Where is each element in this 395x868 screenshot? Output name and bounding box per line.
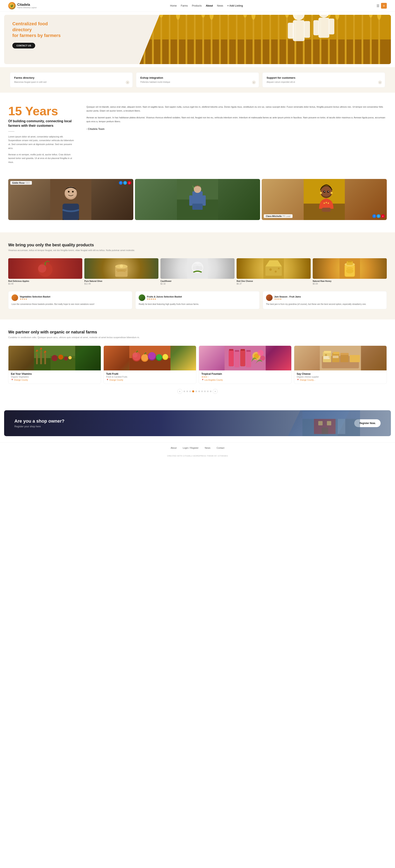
svg-rect-117: [265, 267, 282, 276]
team-social-fb-3[interactable]: f: [372, 214, 376, 218]
farm-info-1: Tutti Frutti Fresh & Candied Fruits 📍 Or…: [104, 370, 196, 383]
svg-rect-33: [353, 15, 355, 64]
svg-point-121: [278, 268, 280, 269]
farm-location-0: 📍 Orange County: [11, 379, 98, 381]
cta-title: Are you a shop owner?: [15, 418, 64, 424]
product-item-0: Red Delicious Apples $3.49: [8, 258, 82, 285]
svg-rect-21: [253, 15, 254, 64]
svg-rect-84: [203, 195, 206, 206]
nav-add-listing[interactable]: + Add Listing: [227, 4, 243, 7]
svg-point-114: [193, 266, 196, 270]
carousel-dot-9[interactable]: [210, 391, 211, 392]
brand[interactable]: Citadela Farms Directory Layout: [8, 2, 37, 9]
products-section: We bring you only the best quality produ…: [0, 232, 395, 320]
footer-link-news[interactable]: News: [205, 446, 210, 449]
svg-rect-132: [45, 353, 46, 364]
feature-arrow-2[interactable]: ›: [378, 81, 382, 84]
product-item-3: Red One Cheese $6.37: [236, 258, 311, 285]
svg-rect-83: [189, 195, 192, 206]
svg-rect-72: [313, 20, 319, 35]
team-social-fb-1[interactable]: f: [119, 181, 122, 185]
product-img-0: [8, 258, 82, 279]
nav-news[interactable]: News: [217, 4, 223, 7]
farm-name-1: Tutti Frutti: [106, 372, 194, 375]
farm-img-0: [8, 346, 101, 370]
feature-title-1: Eshop integration: [140, 76, 254, 79]
farm-img-3: [294, 346, 387, 370]
svg-rect-173: [333, 352, 339, 354]
location-icon-1: 📍: [106, 379, 109, 381]
hero-cta-button[interactable]: CONTACT US: [12, 43, 35, 49]
team-social-tw-3[interactable]: t: [377, 214, 380, 218]
carousel-next[interactable]: ›: [213, 389, 218, 394]
svg-rect-23: [269, 15, 271, 64]
team-social-pi-3[interactable]: p: [381, 214, 385, 218]
svg-rect-185: [327, 421, 331, 425]
farm-card-0: Eat Your Vitamins Organic Vegetables 📍 O…: [8, 346, 101, 384]
svg-rect-20: [244, 15, 246, 64]
feature-title-2: Support for customers: [266, 76, 381, 79]
products-grid: Red Delicious Apples $3.49 Pure Natural …: [8, 258, 387, 285]
product-img-4: [313, 258, 387, 279]
svg-point-164: [258, 350, 264, 356]
svg-rect-186: [322, 428, 328, 434]
products-subtitle: Vivamus accumsan, tellus et tempor feugi…: [8, 249, 387, 252]
svg-rect-18: [228, 15, 229, 64]
carousel-dot-7[interactable]: [204, 391, 206, 392]
brand-subtitle: Farms Directory Layout: [17, 7, 37, 9]
feature-arrow-0[interactable]: ›: [126, 81, 130, 84]
cta-banner: Are you a shop owner? Register your shop…: [4, 410, 391, 436]
svg-point-37: [142, 15, 146, 20]
footer-link-contact[interactable]: Contact: [217, 446, 224, 449]
years-signature: - Citadela Team: [86, 128, 387, 130]
product-name-0: Red Delicious Apples: [8, 280, 82, 282]
carousel-dot-8[interactable]: [207, 391, 208, 392]
svg-rect-177: [323, 356, 330, 359]
nav-farms[interactable]: Farms: [181, 4, 188, 7]
brand-name: Citadela: [17, 3, 37, 7]
feature-arrow-1[interactable]: ›: [252, 81, 256, 84]
svg-rect-25: [286, 15, 288, 64]
carousel-dot-6[interactable]: [201, 391, 203, 392]
nav-products[interactable]: Products: [192, 4, 202, 7]
farms-subtitle: Curabitur in vestibulum odio. Quisque ip…: [8, 336, 387, 339]
carousel-prev[interactable]: ‹: [177, 389, 182, 394]
review-card-2: Jam Season - Fruit Jams ★★★★ The best ja…: [263, 291, 387, 309]
svg-point-146: [142, 354, 148, 361]
user-avatar[interactable]: U: [381, 3, 387, 9]
carousel-dot-5[interactable]: [198, 391, 200, 392]
svg-point-93: [323, 203, 325, 204]
svg-rect-24: [278, 15, 279, 64]
team-name-1: Eddie Rose CEO: [10, 181, 32, 185]
svg-rect-36: [378, 15, 380, 64]
footer-link-about[interactable]: About: [171, 446, 176, 449]
svg-rect-13: [186, 15, 187, 64]
farm-name-2: Tropical Fountain: [201, 372, 289, 375]
carousel-dot-1[interactable]: [187, 391, 188, 392]
carousel-dot-0[interactable]: [184, 391, 185, 392]
svg-rect-156: [234, 351, 240, 367]
carousel-dot-2[interactable]: [189, 391, 191, 392]
svg-point-78: [72, 191, 74, 192]
svg-rect-154: [229, 350, 234, 366]
farm-location-2: 📍 Los Angeles County: [201, 379, 289, 381]
nav-about[interactable]: About: [206, 4, 213, 7]
svg-rect-126: [348, 261, 352, 262]
footer-link-login[interactable]: Login / Register: [183, 446, 199, 449]
product-item-1: Pure Natural Ghee $12.49: [84, 258, 159, 285]
team-social-tw-1[interactable]: t: [123, 181, 127, 185]
svg-point-148: [148, 352, 156, 360]
review-card-1: Fruits & Juices Selection Basket ★★★★★ R…: [135, 291, 259, 309]
product-img-1: [84, 258, 159, 279]
nav-home[interactable]: Home: [170, 4, 177, 7]
product-price-4: $5.64: [313, 283, 387, 285]
svg-point-170: [325, 354, 327, 356]
team-social-pi-1[interactable]: p: [128, 181, 131, 185]
carousel-dot-3[interactable]: [192, 390, 194, 393]
feature-card-1: Eshop integration Pellentes habitant mor…: [136, 72, 259, 88]
carousel-dot-4[interactable]: [195, 391, 197, 392]
menu-icon[interactable]: ☰: [376, 4, 379, 8]
hero-title-part2: for farmers by farmers: [12, 33, 61, 38]
review-name-2: Jam Season - Fruit Jams: [274, 296, 301, 298]
farm-card-2: Tropical Fountain ★★★☆ 📍 Los Angeles Cou…: [199, 346, 291, 384]
